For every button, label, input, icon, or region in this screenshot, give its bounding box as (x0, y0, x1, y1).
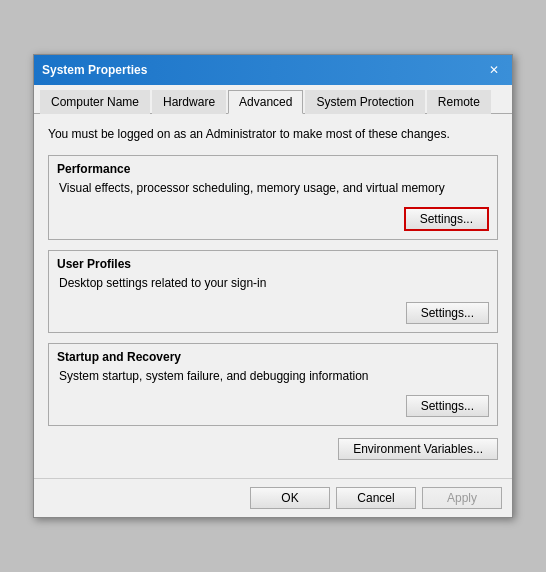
close-button[interactable]: ✕ (484, 61, 504, 79)
performance-section: Performance Visual effects, processor sc… (48, 155, 498, 240)
title-bar-controls: ✕ (484, 61, 504, 79)
startup-recovery-settings-button[interactable]: Settings... (406, 395, 489, 417)
ok-button[interactable]: OK (250, 487, 330, 509)
startup-recovery-section: Startup and Recovery System startup, sys… (48, 343, 498, 426)
performance-settings-button[interactable]: Settings... (404, 207, 489, 231)
tab-hardware[interactable]: Hardware (152, 90, 226, 114)
admin-notice: You must be logged on as an Administrato… (48, 126, 498, 143)
performance-btn-row: Settings... (49, 207, 497, 239)
bottom-bar: OK Cancel Apply (34, 478, 512, 517)
window-title: System Properties (42, 63, 147, 77)
user-profiles-section: User Profiles Desktop settings related t… (48, 250, 498, 333)
tab-advanced[interactable]: Advanced (228, 90, 303, 114)
startup-recovery-btn-row: Settings... (49, 395, 497, 425)
cancel-button[interactable]: Cancel (336, 487, 416, 509)
user-profiles-btn-row: Settings... (49, 302, 497, 332)
tab-bar: Computer Name Hardware Advanced System P… (34, 85, 512, 114)
user-profiles-settings-button[interactable]: Settings... (406, 302, 489, 324)
environment-variables-button[interactable]: Environment Variables... (338, 438, 498, 460)
tab-remote[interactable]: Remote (427, 90, 491, 114)
system-properties-window: System Properties ✕ Computer Name Hardwa… (33, 54, 513, 517)
user-profiles-desc: Desktop settings related to your sign-in (49, 273, 497, 302)
startup-recovery-desc: System startup, system failure, and debu… (49, 366, 497, 395)
tab-system-protection[interactable]: System Protection (305, 90, 424, 114)
env-btn-row: Environment Variables... (48, 436, 498, 468)
apply-button[interactable]: Apply (422, 487, 502, 509)
title-bar: System Properties ✕ (34, 55, 512, 85)
user-profiles-label: User Profiles (49, 251, 497, 273)
startup-recovery-label: Startup and Recovery (49, 344, 497, 366)
tab-content: You must be logged on as an Administrato… (34, 114, 512, 477)
performance-label: Performance (49, 156, 497, 178)
performance-desc: Visual effects, processor scheduling, me… (49, 178, 497, 207)
tab-computer-name[interactable]: Computer Name (40, 90, 150, 114)
